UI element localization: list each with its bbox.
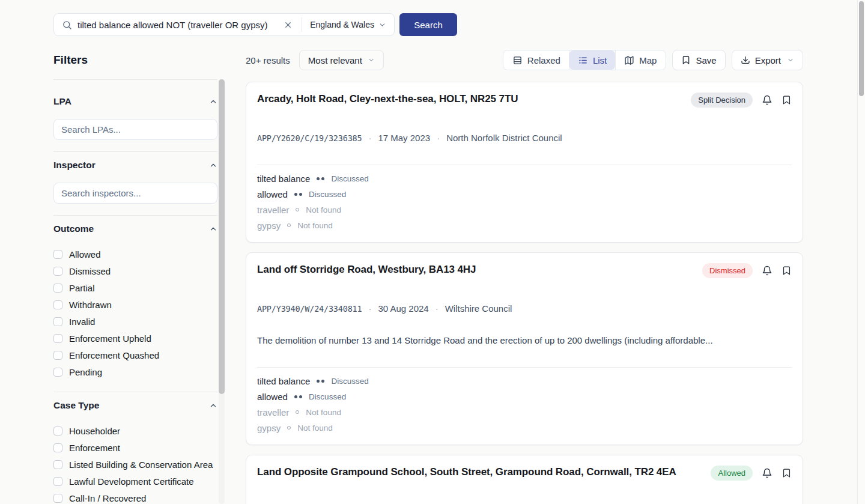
page-scrollbar[interactable] <box>857 0 865 504</box>
council-name: North Norfolk District Council <box>446 133 562 143</box>
checkbox-pending[interactable]: Pending <box>53 363 217 380</box>
result-title[interactable]: Arcady, Holt Road, Cley-next-the-sea, HO… <box>257 93 518 105</box>
match-dots-icon <box>317 177 324 180</box>
inspector-search-input[interactable] <box>53 183 217 204</box>
checkbox-dismissed[interactable]: Dismissed <box>53 263 217 279</box>
no-match-dot-icon <box>287 426 291 430</box>
map-icon <box>624 55 634 65</box>
chevron-up-icon <box>209 161 217 169</box>
region-selector[interactable]: England & Wales <box>310 20 386 29</box>
term-match-row: tilted balance Discussed <box>257 171 792 186</box>
search-box[interactable]: England & Wales <box>53 13 395 36</box>
checkbox-icon[interactable] <box>53 267 62 276</box>
checkbox-listed-building[interactable]: Listed Building & Conservation Area <box>53 456 217 473</box>
filters-title: Filters <box>53 53 217 67</box>
checkbox-allowed[interactable]: Allowed <box>53 246 217 263</box>
bell-icon[interactable] <box>762 266 772 276</box>
sort-dropdown[interactable]: Most relevant <box>299 50 384 70</box>
divider <box>257 367 792 368</box>
divider <box>53 79 217 80</box>
checkbox-icon[interactable] <box>53 443 62 452</box>
term-match-row: allowed Discussed <box>257 186 792 202</box>
filter-section-header-case-type[interactable]: Case Type <box>53 400 217 411</box>
bell-icon[interactable] <box>762 95 772 106</box>
match-dots-icon <box>317 380 324 383</box>
sidebar-scrollbar[interactable] <box>219 79 225 504</box>
checkbox-icon[interactable] <box>53 317 62 326</box>
decision-badge: Dismissed <box>702 263 753 278</box>
term-match-row: traveller Not found <box>257 202 792 217</box>
decision-badge: Split Decision <box>691 93 753 108</box>
view-relaxed[interactable]: Relaxed <box>504 50 569 70</box>
search-input[interactable] <box>77 20 282 30</box>
rows-icon <box>512 55 523 65</box>
checkbox-invalid[interactable]: Invalid <box>53 313 217 330</box>
results-header: 20+ results Most relevant Relaxed <box>246 50 803 70</box>
filter-section-header-inspector[interactable]: Inspector <box>53 160 217 171</box>
checkbox-icon[interactable] <box>53 351 62 360</box>
checkbox-withdrawn[interactable]: Withdrawn <box>53 296 217 313</box>
checkbox-householder[interactable]: Householder <box>53 422 217 439</box>
checkbox-icon[interactable] <box>53 300 62 309</box>
clear-search-icon[interactable] <box>282 19 294 31</box>
chevron-down-icon <box>378 21 386 29</box>
checkbox-icon[interactable] <box>53 284 62 293</box>
checkbox-lawful-development[interactable]: Lawful Development Certificate <box>53 473 217 490</box>
results-panel: 20+ results Most relevant Relaxed <box>246 50 803 504</box>
chevron-down-icon <box>787 56 794 64</box>
save-button[interactable]: Save <box>672 50 725 70</box>
search-icon <box>62 20 72 30</box>
match-dots-icon <box>294 395 302 398</box>
result-card[interactable]: Land off Storridge Road, Westbury, BA13 … <box>246 252 803 445</box>
lpa-search-input[interactable] <box>53 119 217 140</box>
bookmark-icon[interactable] <box>782 266 792 276</box>
bookmark-icon <box>681 55 691 65</box>
chevron-up-icon <box>209 225 217 233</box>
checkbox-icon[interactable] <box>53 477 62 486</box>
chevron-up-icon <box>209 401 217 410</box>
bookmark-icon[interactable] <box>782 468 792 478</box>
result-meta: APP/Y3940/W/24/3340811 · 30 Aug 2024 · W… <box>257 303 792 314</box>
page-scrollbar-thumb[interactable] <box>859 1 864 96</box>
term-match-row: allowed Discussed <box>257 389 792 404</box>
region-label: England & Wales <box>310 20 374 29</box>
filter-section-outcome: Outcome Allowed Dismissed Partial Withdr… <box>53 223 217 380</box>
no-match-dot-icon <box>296 208 299 211</box>
sidebar-scrollbar-thumb[interactable] <box>219 79 225 394</box>
checkbox-partial[interactable]: Partial <box>53 279 217 296</box>
term-match-row: gypsy Not found <box>257 420 792 436</box>
appeal-reference: APP/Y2620/C/19/3236385 <box>257 133 362 143</box>
checkbox-enforcement-quashed[interactable]: Enforcement Quashed <box>53 347 217 363</box>
checkbox-icon[interactable] <box>53 250 62 259</box>
bookmark-icon[interactable] <box>782 95 792 105</box>
checkbox-enforcement-upheld[interactable]: Enforcement Upheld <box>53 330 217 347</box>
term-match-row: gypsy Not found <box>257 217 792 233</box>
checkbox-icon[interactable] <box>53 368 62 377</box>
filter-section-inspector: Inspector <box>53 160 217 204</box>
checkbox-icon[interactable] <box>53 334 62 343</box>
result-card[interactable]: Land Opposite Grampound School, South St… <box>246 455 803 504</box>
decision-badge: Allowed <box>711 466 753 481</box>
result-title[interactable]: Land Opposite Grampound School, South St… <box>257 466 676 478</box>
search-button[interactable]: Search <box>399 13 457 36</box>
checkbox-icon[interactable] <box>53 460 62 469</box>
filter-section-lpa: LPA <box>53 96 217 140</box>
no-match-dot-icon <box>296 410 299 414</box>
result-title[interactable]: Land off Storridge Road, Westbury, BA13 … <box>257 263 476 276</box>
checkbox-enforcement[interactable]: Enforcement <box>53 439 217 456</box>
results-count: 20+ results <box>246 55 290 65</box>
chevron-down-icon <box>368 56 375 64</box>
filter-section-header-outcome[interactable]: Outcome <box>53 223 217 234</box>
checkbox-icon[interactable] <box>53 427 62 436</box>
checkbox-call-in[interactable]: Call-In / Recovered <box>53 490 217 504</box>
result-card[interactable]: Arcady, Holt Road, Cley-next-the-sea, HO… <box>246 82 803 243</box>
view-map[interactable]: Map <box>616 50 665 70</box>
filter-section-header-lpa[interactable]: LPA <box>53 96 217 107</box>
divider <box>53 215 217 216</box>
bell-icon[interactable] <box>762 468 772 479</box>
divider <box>257 165 792 165</box>
checkbox-icon[interactable] <box>53 494 62 503</box>
export-button[interactable]: Export <box>732 50 803 70</box>
view-list[interactable]: List <box>569 50 615 70</box>
view-toggle: Relaxed List Map <box>503 50 667 70</box>
